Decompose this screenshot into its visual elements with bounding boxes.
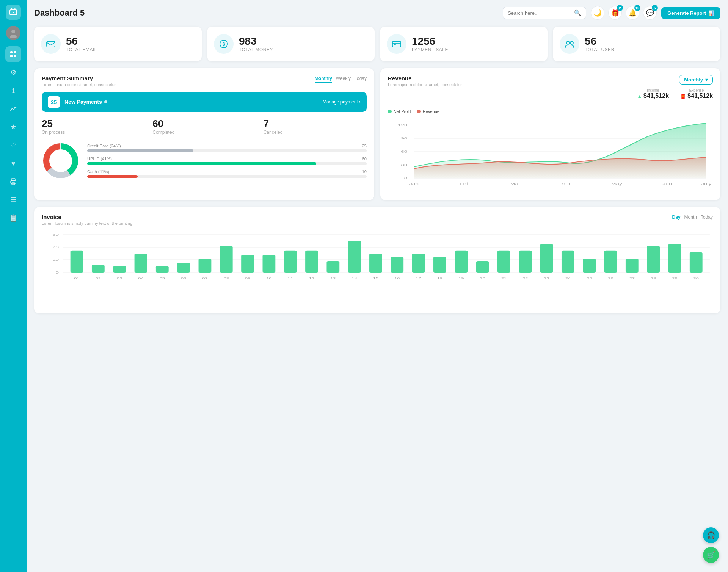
legend-net-profit: Net Profit xyxy=(388,109,411,114)
stat-label-user: TOTAL USER xyxy=(585,47,615,52)
invoice-tab-group: Day Month Today xyxy=(672,214,713,221)
svg-rect-6 xyxy=(10,55,13,57)
svg-rect-89 xyxy=(519,251,532,273)
sidebar: ⚙ ℹ ★ ♡ ♥ ☰ 📋 xyxy=(0,0,27,572)
svg-rect-47 xyxy=(71,251,83,273)
sidebar-item-chart[interactable] xyxy=(5,101,21,117)
svg-text:11: 11 xyxy=(288,277,293,280)
stat-label-payment: PAYMENT SALE xyxy=(412,47,448,52)
sidebar-item-heart-filled[interactable]: ♥ xyxy=(5,155,21,171)
svg-rect-8 xyxy=(11,179,15,181)
dark-mode-toggle[interactable]: 🌙 xyxy=(591,6,604,20)
svg-rect-73 xyxy=(348,241,361,273)
svg-text:40: 40 xyxy=(53,245,59,249)
stat-num-payment: 1256 xyxy=(412,36,448,47)
sidebar-item-heart-outline[interactable]: ♡ xyxy=(5,137,21,153)
svg-rect-79 xyxy=(412,254,425,273)
sidebar-avatar[interactable] xyxy=(6,26,20,40)
stat-canceled: 7 Canceled xyxy=(264,118,367,135)
bar-row-cash: Cash (41%) 10 xyxy=(87,169,367,178)
svg-text:$: $ xyxy=(222,41,225,47)
svg-text:30: 30 xyxy=(401,163,407,167)
gift-badge: 2 xyxy=(617,5,623,11)
search-box[interactable]: 🔍 xyxy=(503,7,586,19)
svg-rect-53 xyxy=(135,254,147,273)
sidebar-logo[interactable] xyxy=(6,5,21,20)
svg-rect-85 xyxy=(476,261,489,273)
sidebar-item-list[interactable]: ☰ xyxy=(5,192,21,208)
sidebar-item-info[interactable]: ℹ xyxy=(5,83,21,99)
new-payments-dot xyxy=(104,100,107,103)
gift-icon-btn[interactable]: 🎁 2 xyxy=(608,6,622,20)
tab-weekly[interactable]: Weekly xyxy=(336,75,351,83)
payment-summary-title: Payment Summary xyxy=(42,75,116,81)
stat-card-total-user: 56 TOTAL USER xyxy=(553,27,720,61)
donut-chart xyxy=(42,142,80,180)
chat-icon-btn[interactable]: 💬 5 xyxy=(643,6,657,20)
svg-point-3 xyxy=(10,35,17,38)
svg-text:04: 04 xyxy=(138,277,143,280)
revenue-monthly-dropdown[interactable]: Monthly ▾ xyxy=(679,75,713,85)
svg-text:09: 09 xyxy=(245,277,250,280)
stat-icon-payment xyxy=(387,34,406,54)
chat-badge: 5 xyxy=(652,5,658,11)
svg-text:13: 13 xyxy=(330,277,336,280)
middle-row: Payment Summary Lorem ipsum dolor sit am… xyxy=(34,68,720,200)
svg-text:60: 60 xyxy=(53,233,59,237)
generate-report-button[interactable]: Generate Report 📊 xyxy=(661,7,720,19)
svg-text:27: 27 xyxy=(629,277,635,280)
svg-rect-14 xyxy=(392,41,401,47)
svg-rect-49 xyxy=(92,265,105,273)
svg-text:29: 29 xyxy=(672,277,677,280)
stat-icon-email xyxy=(41,34,61,54)
svg-point-2 xyxy=(11,30,15,33)
bell-badge: 12 xyxy=(634,5,640,11)
support-fab[interactable]: 🎧 xyxy=(703,527,719,543)
svg-text:05: 05 xyxy=(160,277,165,280)
bar-label-upi: UPI ID (41%) xyxy=(87,157,112,161)
sidebar-item-star[interactable]: ★ xyxy=(5,119,21,135)
stats-row: 56 TOTAL EMAIL $ 983 TOTAL MONEY xyxy=(34,27,720,61)
bell-icon-btn[interactable]: 🔔 12 xyxy=(626,6,639,20)
svg-rect-93 xyxy=(562,251,574,273)
svg-text:10: 10 xyxy=(266,277,271,280)
svg-text:24: 24 xyxy=(565,277,571,280)
tab-today[interactable]: Today xyxy=(355,75,367,83)
sidebar-item-note[interactable]: 📋 xyxy=(5,210,21,226)
svg-rect-59 xyxy=(199,259,212,273)
manage-payment-link[interactable]: Manage payment › xyxy=(323,99,361,105)
svg-rect-91 xyxy=(540,244,553,273)
tab-monthly[interactable]: Monthly xyxy=(315,75,332,83)
svg-rect-101 xyxy=(647,246,660,273)
revenue-top-stats: Income ▲ $41,512k Expense 🧧 $41,512k xyxy=(637,88,713,99)
expense-stat: Expense 🧧 $41,512k xyxy=(680,88,713,99)
svg-text:22: 22 xyxy=(522,277,528,280)
sidebar-item-print[interactable] xyxy=(5,174,21,190)
stat-num-money: 983 xyxy=(239,36,273,47)
invoice-tab-day[interactable]: Day xyxy=(672,214,681,221)
svg-rect-83 xyxy=(455,251,468,273)
payment-summary-card: Payment Summary Lorem ipsum dolor sit am… xyxy=(34,68,374,200)
svg-rect-11 xyxy=(47,41,55,47)
payment-stats-three: 25 On process 60 Completed 7 Canceled xyxy=(42,118,367,135)
svg-text:12: 12 xyxy=(309,277,314,280)
sidebar-item-grid[interactable] xyxy=(5,46,21,62)
invoice-tab-month[interactable]: Month xyxy=(684,214,697,221)
svg-text:07: 07 xyxy=(202,277,207,280)
income-stat: Income ▲ $41,512k xyxy=(637,88,669,99)
expense-icon: 🧧 xyxy=(680,94,686,99)
svg-rect-5 xyxy=(14,51,16,53)
cart-fab[interactable]: 🛒 xyxy=(703,547,719,563)
stat-card-payment-sale: 1256 PAYMENT SALE xyxy=(380,27,548,61)
svg-text:16: 16 xyxy=(394,277,400,280)
svg-rect-67 xyxy=(284,251,297,273)
search-input[interactable] xyxy=(508,10,572,16)
revenue-card: Revenue Lorem ipsum dolor sit amet, cons… xyxy=(380,68,720,200)
stat-icon-user xyxy=(560,34,579,54)
svg-text:0: 0 xyxy=(56,271,59,274)
svg-text:06: 06 xyxy=(181,277,186,280)
sidebar-item-settings[interactable]: ⚙ xyxy=(5,64,21,80)
svg-text:01: 01 xyxy=(74,277,79,280)
stat-card-total-money: $ 983 TOTAL MONEY xyxy=(207,27,375,61)
invoice-tab-today[interactable]: Today xyxy=(701,214,713,221)
